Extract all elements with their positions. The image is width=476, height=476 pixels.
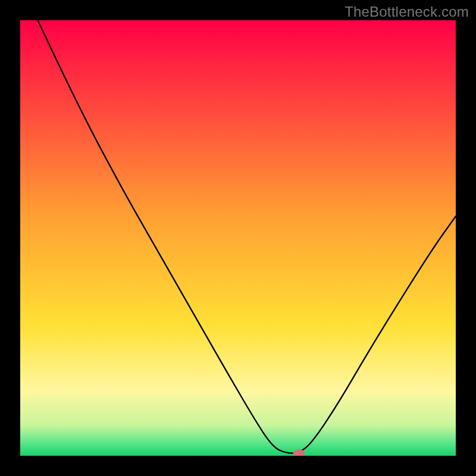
watermark-text: TheBottleneck.com bbox=[345, 4, 469, 20]
chart-frame: TheBottleneck.com bbox=[0, 0, 476, 476]
bottleneck-plot bbox=[20, 20, 456, 456]
plot-svg bbox=[20, 20, 456, 456]
